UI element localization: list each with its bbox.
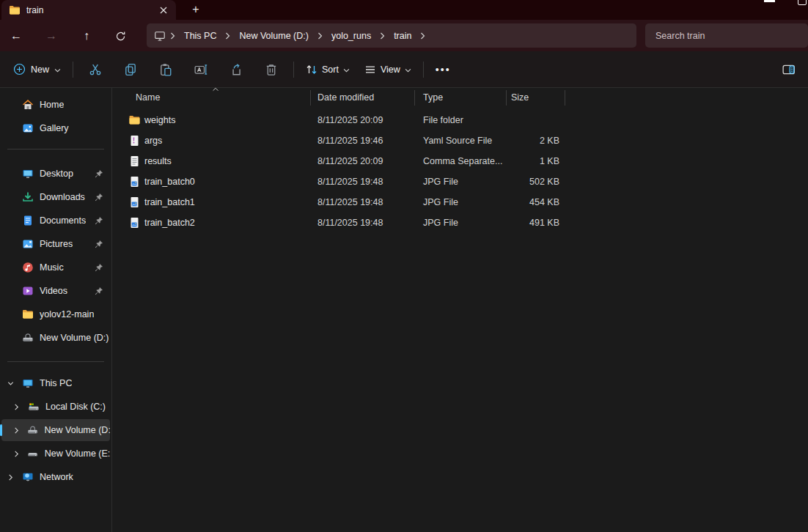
sidebar-item-this-pc[interactable]: This PC (1, 372, 110, 394)
sidebar-item-network[interactable]: Network (1, 466, 110, 488)
minimize-button[interactable] (764, 0, 775, 2)
selection-indicator (0, 424, 2, 436)
search-box[interactable] (645, 23, 808, 48)
clipboard-icon (159, 63, 172, 76)
chevron-right-icon[interactable] (12, 427, 20, 434)
maximize-button[interactable] (798, 0, 807, 5)
sidebar-item-new-volume-d-selected[interactable]: New Volume (D:) (1, 419, 110, 441)
file-row-train-batch0[interactable]: train_batch0 8/11/2025 19:48 JPG File 50… (112, 171, 808, 192)
chevron-down-icon (54, 68, 61, 73)
sidebar-item-home[interactable]: Home (1, 94, 110, 116)
breadcrumb-yolo-runs[interactable]: yolo_runs (327, 31, 375, 41)
pin-icon (94, 169, 103, 179)
videos-icon (22, 285, 34, 297)
yaml-file-icon (112, 135, 141, 147)
sort-icon (306, 64, 317, 75)
sidebar-item-music[interactable]: Music (1, 256, 110, 278)
back-button[interactable]: ← (6, 26, 26, 46)
this-pc-icon (154, 30, 166, 42)
file-row-train-batch2[interactable]: train_batch2 8/11/2025 19:48 JPG File 49… (112, 213, 808, 233)
sidebar-item-documents[interactable]: Documents (1, 210, 110, 232)
sort-button[interactable]: Sort (300, 59, 356, 80)
chevron-right-icon[interactable] (7, 474, 15, 481)
rename-icon (194, 63, 207, 76)
toolbar-separator (293, 62, 294, 78)
jpg-file-icon (112, 176, 141, 188)
up-button[interactable]: ↑ (76, 26, 97, 46)
column-divider[interactable] (310, 90, 311, 106)
details-pane-button[interactable] (774, 57, 804, 82)
cut-button[interactable] (81, 57, 110, 82)
sidebar-item-downloads[interactable]: Downloads (1, 186, 110, 208)
column-header-name[interactable]: Name (136, 92, 160, 103)
column-divider[interactable] (414, 90, 415, 106)
music-icon (22, 262, 34, 273)
view-button[interactable]: View (359, 59, 417, 80)
new-button[interactable]: New (6, 59, 68, 80)
more-options-button[interactable]: ••• (428, 59, 458, 80)
forward-button[interactable]: → (41, 26, 62, 46)
plus-circle-icon (13, 63, 26, 75)
scissors-icon (89, 63, 102, 76)
drive-icon (27, 448, 38, 459)
chevron-right-icon[interactable] (12, 451, 20, 457)
breadcrumb-chevron-icon (416, 32, 430, 40)
file-explorer-window: train + ← → ↑ This PC New Volume (D:) yo… (0, 0, 808, 532)
column-header-type[interactable]: Type (423, 92, 443, 103)
sidebar-item-gallery[interactable]: Gallery (1, 117, 110, 139)
tab-close-icon[interactable] (157, 4, 170, 17)
trash-icon (265, 63, 278, 76)
toolbar-separator (73, 62, 73, 78)
breadcrumb-this-pc[interactable]: This PC (180, 31, 221, 41)
breadcrumb-new-volume-d[interactable]: New Volume (D:) (235, 31, 312, 41)
share-icon (229, 63, 243, 76)
sort-ascending-icon (212, 87, 219, 92)
folder-icon (112, 114, 141, 126)
column-divider[interactable] (506, 90, 507, 106)
navigation-bar: ← → ↑ This PC New Volume (D:) yolo_runs … (0, 20, 808, 51)
copy-icon (124, 63, 137, 76)
documents-icon (22, 215, 34, 226)
search-input[interactable] (655, 31, 798, 41)
rename-button[interactable] (186, 57, 216, 82)
column-header-size[interactable]: Size (511, 92, 529, 103)
downloads-icon (22, 191, 34, 203)
csv-file-icon (112, 155, 141, 167)
toolbar-separator (423, 62, 424, 78)
pin-icon (94, 193, 103, 202)
sidebar-separator (7, 361, 104, 362)
sidebar-item-videos[interactable]: Videos (1, 280, 110, 302)
breadcrumb-train[interactable]: train (389, 31, 416, 41)
file-row-weights[interactable]: weights 8/11/2025 20:09 File folder (112, 110, 808, 130)
refresh-button[interactable] (110, 26, 131, 46)
drive-icon (22, 332, 34, 344)
sidebar-item-yolov12-main[interactable]: yolov12-main (1, 303, 110, 325)
sidebar-item-local-disk-c[interactable]: Local Disk (C:) (1, 396, 110, 418)
column-divider[interactable] (565, 90, 565, 106)
copy-button[interactable] (116, 57, 145, 82)
sidebar-separator (7, 149, 104, 149)
file-row-args[interactable]: args 8/11/2025 19:46 Yaml Source File 2 … (112, 130, 808, 151)
column-header-date-modified[interactable]: Date modified (317, 92, 374, 103)
address-bar[interactable]: This PC New Volume (D:) yolo_runs train (147, 23, 636, 48)
chevron-down-icon[interactable] (7, 380, 15, 387)
chevron-right-icon[interactable] (12, 404, 21, 410)
new-tab-button[interactable]: + (187, 1, 205, 18)
sidebar-item-new-volume-d[interactable]: New Volume (D:) (1, 327, 110, 349)
file-row-train-batch1[interactable]: train_batch1 8/11/2025 19:48 JPG File 45… (112, 192, 808, 213)
share-button[interactable] (221, 57, 251, 82)
breadcrumb-chevron-icon (313, 32, 327, 40)
sidebar-item-desktop[interactable]: Desktop (1, 163, 110, 185)
pin-icon (94, 216, 103, 226)
titlebar: train + (0, 0, 808, 20)
delete-button[interactable] (257, 57, 286, 82)
pin-icon (94, 240, 103, 249)
folder-icon (22, 309, 34, 320)
file-row-results[interactable]: results 8/11/2025 20:09 Comma Separate..… (112, 151, 808, 171)
sidebar-item-new-volume-e[interactable]: New Volume (E:) (1, 443, 110, 465)
paste-button[interactable] (151, 57, 180, 82)
pin-icon (94, 287, 103, 296)
tab-train[interactable]: train (1, 0, 176, 20)
sidebar-item-pictures[interactable]: Pictures (1, 233, 110, 255)
details-pane-icon (782, 63, 796, 76)
